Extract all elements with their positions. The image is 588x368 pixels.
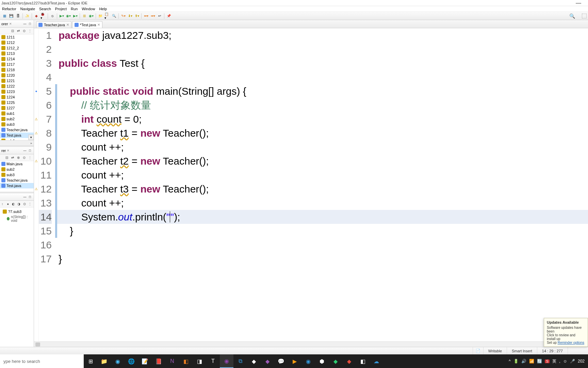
project-explorer-tab[interactable]: rer ✕ — □: [0, 147, 34, 154]
intellij-button[interactable]: ◧: [179, 354, 193, 368]
hide-static-icon[interactable]: ◐: [11, 201, 16, 206]
editor-tab[interactable]: Teacher.java✕: [36, 21, 71, 28]
code-editor[interactable]: package java1227.sub3;public class Test …: [57, 28, 588, 341]
tree-item[interactable]: 1212: [0, 40, 34, 45]
app1-button[interactable]: ◆: [247, 354, 261, 368]
outline-tab[interactable]: — □: [0, 193, 34, 201]
tree-item[interactable]: Test.java: [0, 183, 34, 188]
vscode-dark-button[interactable]: ◨: [193, 354, 206, 368]
updates-popup[interactable]: Updates Available Software updates have …: [544, 318, 588, 347]
minimize-view-icon[interactable]: —: [22, 148, 27, 153]
eclipse-button[interactable]: ◉: [220, 354, 233, 368]
tree-item[interactable]: Teacher.java: [0, 178, 34, 183]
acrobat-button[interactable]: 📕: [152, 354, 165, 368]
tree-item[interactable]: sub3: [0, 172, 34, 178]
forward-button[interactable]: ➡▾: [150, 13, 156, 19]
open-task-button[interactable]: 📋▾: [104, 13, 110, 19]
filter-icon[interactable]: ⊗: [16, 155, 21, 160]
tree-item[interactable]: 1221: [0, 78, 34, 83]
package-explorer-tree[interactable]: 121112121212_212131214121712181220122112…: [0, 34, 34, 140]
tree-item[interactable]: sub3: [0, 122, 34, 127]
ime-mic-icon[interactable]: 🎤: [570, 359, 575, 364]
new-button[interactable]: ▦: [1, 13, 7, 19]
focus-icon[interactable]: ⊙: [21, 155, 27, 160]
new-package-button[interactable]: ⊞: [81, 13, 87, 19]
tree-item[interactable]: Teacher.java: [0, 127, 34, 133]
app6-button[interactable]: ◆: [342, 354, 356, 368]
outline-package[interactable]: ?7.sub3: [1, 209, 32, 214]
hide-nonpublic-icon[interactable]: ◑: [16, 201, 21, 206]
outline-method[interactable]: n(String[]) : void: [1, 214, 32, 223]
status-icon[interactable]: 📄: [473, 347, 483, 354]
search-button[interactable]: 🔍: [111, 13, 117, 19]
scroll-right-icon[interactable]: ▸: [31, 141, 32, 145]
close-tab-icon[interactable]: ✕: [97, 23, 100, 27]
focus-icon[interactable]: ⊙: [21, 28, 27, 33]
build-button[interactable]: ◆: [33, 13, 39, 19]
minimize-view-icon[interactable]: —: [22, 195, 27, 199]
tree-item[interactable]: 1211: [0, 34, 34, 40]
editor-body[interactable]: ●⚠⚠⚠⚠ 1234567891011121314151617 package …: [34, 28, 588, 341]
onenote-button[interactable]: N: [165, 354, 179, 368]
app8-button[interactable]: ☁: [370, 354, 383, 368]
file-explorer-button[interactable]: 📁: [97, 354, 111, 368]
tree-item[interactable]: 1212_2: [0, 45, 34, 51]
menu-window[interactable]: Window: [80, 7, 97, 11]
app5-button[interactable]: ◆: [329, 354, 342, 368]
perspective-switcher[interactable]: [582, 14, 587, 18]
battery-icon[interactable]: 🔋: [513, 359, 519, 364]
ime-emoji-icon[interactable]: ☺: [563, 359, 567, 364]
link-editor-icon[interactable]: ⇄: [16, 28, 21, 33]
tree-item[interactable]: 1222: [0, 83, 34, 89]
debug-button[interactable]: 🐞▾: [40, 13, 46, 19]
sort-icon[interactable]: ↕: [0, 201, 5, 206]
app7-button[interactable]: ◧: [356, 354, 370, 368]
view-menu-icon[interactable]: ⋮: [28, 201, 32, 206]
status-insert[interactable]: Smart Insert: [507, 347, 537, 354]
system-tray[interactable]: ^ 🔋 🔊 📶 🔄 S 英 , ☺ 🎤 202: [505, 358, 588, 364]
maximize-view-icon[interactable]: □: [28, 148, 32, 153]
tree-item[interactable]: sub1: [0, 111, 34, 116]
link-editor-icon[interactable]: ⇄: [10, 155, 15, 160]
pin-button[interactable]: 📌: [166, 13, 172, 19]
tree-item[interactable]: 1213: [0, 51, 34, 56]
windows-search[interactable]: ype here to search: [0, 354, 84, 368]
menu-refactor[interactable]: Refactor: [0, 7, 18, 11]
tree-item[interactable]: 1224: [0, 94, 34, 100]
ime-indicator[interactable]: S: [545, 359, 550, 363]
menu-navigate[interactable]: Navigate: [18, 7, 37, 11]
wechat-button[interactable]: 💬: [274, 354, 288, 368]
vscode-button[interactable]: ⧉: [233, 354, 247, 368]
ime-punct-icon[interactable]: ,: [559, 359, 560, 364]
tree-item[interactable]: 1223: [0, 89, 34, 94]
tree-item[interactable]: 1218: [0, 67, 34, 73]
app2-button[interactable]: ◆: [261, 354, 274, 368]
save-button[interactable]: 💾: [8, 13, 14, 19]
wand-button[interactable]: ✨: [24, 13, 30, 19]
maximize-view-icon[interactable]: □: [28, 21, 32, 26]
task-view-button[interactable]: ⊞: [84, 354, 97, 368]
wifi-icon[interactable]: 📶: [529, 359, 534, 364]
package-explorer-tab[interactable]: orer ✕ — □: [0, 20, 34, 28]
skip-breakpoints-button[interactable]: ⦸: [49, 13, 55, 19]
tree-item[interactable]: 1227: [0, 105, 34, 111]
new-class-button[interactable]: ◉▾: [88, 13, 94, 19]
toggle-mark-button[interactable]: ✎▾: [120, 13, 126, 19]
prev-annotation-button[interactable]: ⬆▾: [134, 13, 140, 19]
editor-tab[interactable]: *Test.java✕: [72, 21, 103, 28]
tree-item[interactable]: 1217: [0, 62, 34, 67]
save-all-button[interactable]: 🗄: [15, 13, 21, 19]
tree-item[interactable]: Main.java: [0, 161, 34, 167]
tree-item[interactable]: 1214: [0, 56, 34, 62]
minimize-button[interactable]: —: [576, 0, 581, 6]
back-button[interactable]: ⬅▾: [143, 13, 149, 19]
annotation-ruler[interactable]: ●⚠⚠⚠⚠: [34, 28, 39, 341]
line-number-ruler[interactable]: 1234567891011121314151617: [39, 28, 55, 341]
chrome-button[interactable]: 🌐: [125, 354, 138, 368]
status-writable[interactable]: Writable: [483, 347, 507, 354]
view-menu-icon[interactable]: ⋮: [27, 28, 32, 33]
volume-icon[interactable]: 🔊: [521, 359, 526, 364]
menu-help[interactable]: Help: [97, 7, 109, 11]
collapse-all-icon[interactable]: ⊟: [4, 155, 9, 160]
app3-button[interactable]: ◉: [301, 354, 315, 368]
